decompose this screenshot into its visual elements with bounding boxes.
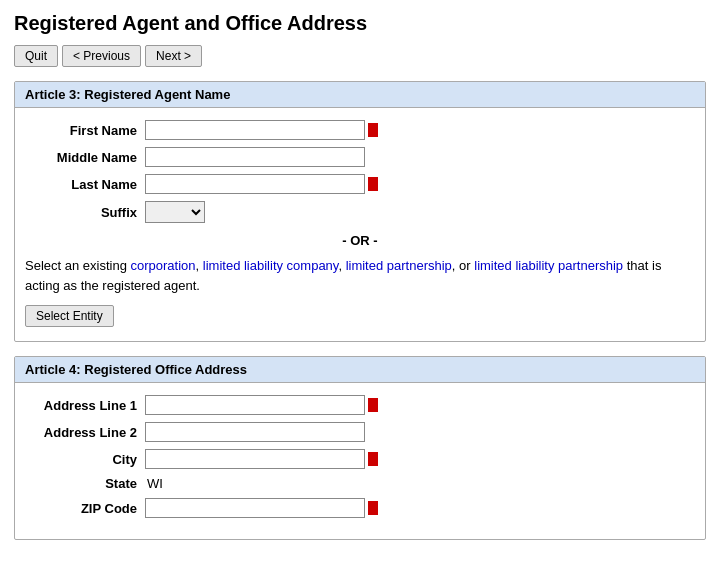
address2-input[interactable] (145, 422, 365, 442)
city-required-marker (368, 452, 378, 466)
next-button[interactable]: Next > (145, 45, 202, 67)
zip-input-wrapper (145, 498, 378, 518)
city-input-wrapper (145, 449, 378, 469)
address1-input[interactable] (145, 395, 365, 415)
state-value: WI (147, 476, 163, 491)
toolbar: Quit < Previous Next > (14, 45, 706, 67)
city-row: City (25, 449, 695, 469)
last-name-input-wrapper (145, 174, 378, 194)
select-entity-button[interactable]: Select Entity (25, 305, 114, 327)
zip-row: ZIP Code (25, 498, 695, 518)
address1-required-marker (368, 398, 378, 412)
zip-input[interactable] (145, 498, 365, 518)
last-name-label: Last Name (25, 177, 145, 192)
middle-name-input-wrapper (145, 147, 365, 167)
last-name-row: Last Name (25, 174, 695, 194)
suffix-row: Suffix Jr. Sr. II III IV (25, 201, 695, 223)
first-name-required-marker (368, 123, 378, 137)
address1-label: Address Line 1 (25, 398, 145, 413)
first-name-row: First Name (25, 120, 695, 140)
article3-body: First Name Middle Name Last Name Suffix (15, 108, 705, 341)
city-input[interactable] (145, 449, 365, 469)
previous-button[interactable]: < Previous (62, 45, 141, 67)
article3-header: Article 3: Registered Agent Name (15, 82, 705, 108)
first-name-input-wrapper (145, 120, 378, 140)
address2-label: Address Line 2 (25, 425, 145, 440)
first-name-label: First Name (25, 123, 145, 138)
address1-row: Address Line 1 (25, 395, 695, 415)
state-row: State WI (25, 476, 695, 491)
city-label: City (25, 452, 145, 467)
first-name-input[interactable] (145, 120, 365, 140)
or-divider: - OR - (25, 233, 695, 248)
address1-input-wrapper (145, 395, 378, 415)
quit-button[interactable]: Quit (14, 45, 58, 67)
address2-input-wrapper (145, 422, 365, 442)
suffix-label: Suffix (25, 205, 145, 220)
middle-name-input[interactable] (145, 147, 365, 167)
zip-label: ZIP Code (25, 501, 145, 516)
middle-name-row: Middle Name (25, 147, 695, 167)
address2-row: Address Line 2 (25, 422, 695, 442)
state-label: State (25, 476, 145, 491)
middle-name-label: Middle Name (25, 150, 145, 165)
description-text: Select an existing corporation, limited … (25, 256, 695, 295)
page-title: Registered Agent and Office Address (14, 12, 706, 35)
article4-section: Article 4: Registered Office Address Add… (14, 356, 706, 540)
article4-body: Address Line 1 Address Line 2 City State… (15, 383, 705, 539)
zip-required-marker (368, 501, 378, 515)
last-name-input[interactable] (145, 174, 365, 194)
article3-section: Article 3: Registered Agent Name First N… (14, 81, 706, 342)
suffix-input-wrapper: Jr. Sr. II III IV (145, 201, 205, 223)
article4-header: Article 4: Registered Office Address (15, 357, 705, 383)
last-name-required-marker (368, 177, 378, 191)
suffix-select[interactable]: Jr. Sr. II III IV (145, 201, 205, 223)
